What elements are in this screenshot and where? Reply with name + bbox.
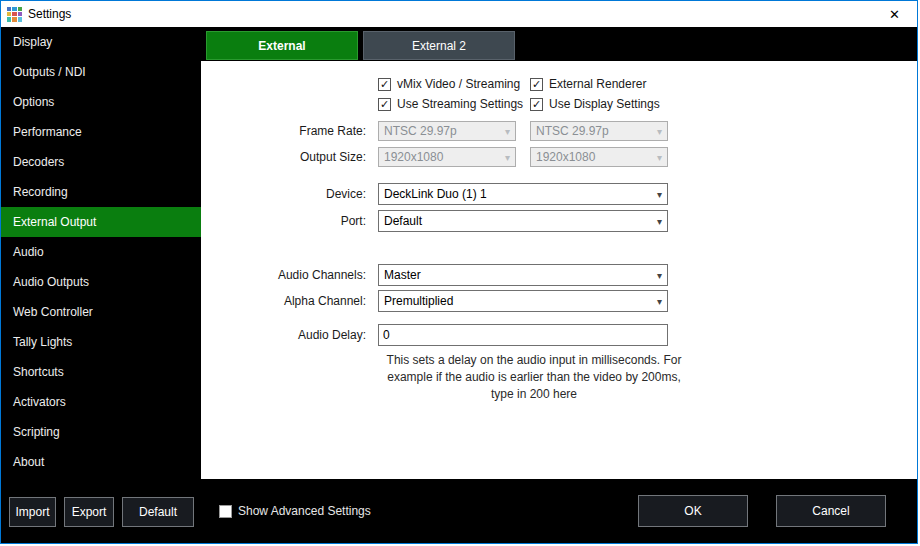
sidebar-item-label: Audio <box>13 245 44 259</box>
main-area: External External 2 ✓ vMix Video / Strea… <box>201 27 917 543</box>
checkbox-box-icon: ✓ <box>530 78 543 91</box>
sidebar-item-label: Activators <box>13 395 66 409</box>
sidebar-item-label: Decoders <box>13 155 64 169</box>
audio-channels-select[interactable]: Master ▾ <box>378 264 668 286</box>
close-icon[interactable]: ✕ <box>872 1 917 27</box>
chevron-down-icon: ▾ <box>500 126 515 137</box>
checkbox-label: vMix Video / Streaming <box>397 77 520 91</box>
default-button[interactable]: Default <box>122 497 194 527</box>
checkbox-vmix-video-streaming[interactable]: ✓ vMix Video / Streaming <box>378 77 530 91</box>
select-value: Default <box>384 214 422 228</box>
tab-external[interactable]: External <box>206 31 358 60</box>
audio-delay-input[interactable] <box>378 324 668 346</box>
frame-rate-label: Frame Rate: <box>201 124 366 138</box>
export-button[interactable]: Export <box>64 497 114 527</box>
window-title: Settings <box>28 7 71 21</box>
sidebar-item-recording[interactable]: Recording <box>1 177 201 207</box>
checkbox-use-display-settings[interactable]: ✓ Use Display Settings <box>530 97 660 111</box>
ok-button[interactable]: OK <box>638 495 748 527</box>
sidebar: Display Outputs / NDI Options Performanc… <box>1 27 201 543</box>
check-icon: ✓ <box>532 79 541 90</box>
audio-channels-label: Audio Channels: <box>201 268 366 282</box>
chevron-down-icon: ▾ <box>652 296 667 307</box>
sidebar-item-tally-lights[interactable]: Tally Lights <box>1 327 201 357</box>
checkbox-box-icon: ✓ <box>378 78 391 91</box>
title-bar: Settings ✕ <box>1 1 917 27</box>
tab-bar: External External 2 <box>201 27 917 61</box>
select-value: DeckLink Duo (1) 1 <box>384 187 487 201</box>
settings-window: Settings ✕ Display Outputs / NDI Options… <box>0 0 918 544</box>
sidebar-item-options[interactable]: Options <box>1 87 201 117</box>
output-size-select-2: 1920x1080 ▾ <box>530 147 668 167</box>
sidebar-item-label: Outputs / NDI <box>13 65 86 79</box>
checkbox-row-1: ✓ vMix Video / Streaming ✓ External Rend… <box>201 77 917 91</box>
sidebar-item-label: Shortcuts <box>13 365 64 379</box>
sidebar-item-scripting[interactable]: Scripting <box>1 417 201 447</box>
sidebar-item-audio-outputs[interactable]: Audio Outputs <box>1 267 201 297</box>
audio-delay-row: Audio Delay: <box>201 324 917 346</box>
frame-rate-row: Frame Rate: NTSC 29.97p ▾ NTSC 29.97p ▾ <box>201 121 917 141</box>
chevron-down-icon: ▾ <box>652 270 667 281</box>
alpha-channel-select[interactable]: Premultiplied ▾ <box>378 290 668 312</box>
sidebar-item-web-controller[interactable]: Web Controller <box>1 297 201 327</box>
checkbox-box-icon <box>219 505 232 518</box>
sidebar-item-activators[interactable]: Activators <box>1 387 201 417</box>
device-select[interactable]: DeckLink Duo (1) 1 ▾ <box>378 183 668 205</box>
chevron-down-icon: ▾ <box>500 152 515 163</box>
chevron-down-icon: ▾ <box>652 189 667 200</box>
import-button[interactable]: Import <box>9 497 56 527</box>
sidebar-item-audio[interactable]: Audio <box>1 237 201 267</box>
select-value: 1920x1080 <box>384 150 443 164</box>
device-label: Device: <box>201 187 366 201</box>
sidebar-item-label: Audio Outputs <box>13 275 89 289</box>
sidebar-item-display[interactable]: Display <box>1 27 201 57</box>
checkbox-label: Show Advanced Settings <box>238 504 371 518</box>
form-panel: ✓ vMix Video / Streaming ✓ External Rend… <box>201 61 917 479</box>
sidebar-item-label: External Output <box>13 215 96 229</box>
sidebar-item-label: About <box>13 455 44 469</box>
select-value: Master <box>384 268 421 282</box>
sidebar-item-about[interactable]: About <box>1 447 201 477</box>
sidebar-item-external-output[interactable]: External Output <box>1 207 201 237</box>
sidebar-item-decoders[interactable]: Decoders <box>1 147 201 177</box>
checkbox-box-icon: ✓ <box>378 98 391 111</box>
sidebar-buttons: Import Export Default <box>1 497 201 543</box>
frame-rate-select-2: NTSC 29.97p ▾ <box>530 121 668 141</box>
select-value: 1920x1080 <box>536 150 595 164</box>
check-icon: ✓ <box>532 99 541 110</box>
audio-delay-help-text: This sets a delay on the audio input in … <box>378 352 690 402</box>
checkbox-external-renderer[interactable]: ✓ External Renderer <box>530 77 646 91</box>
sidebar-item-label: Scripting <box>13 425 60 439</box>
alpha-channel-row: Alpha Channel: Premultiplied ▾ <box>201 290 917 312</box>
select-value: NTSC 29.97p <box>384 124 457 138</box>
chevron-down-icon: ▾ <box>652 216 667 227</box>
sidebar-item-label: Display <box>13 35 52 49</box>
audio-channels-row: Audio Channels: Master ▾ <box>201 264 917 286</box>
audio-delay-label: Audio Delay: <box>201 328 366 342</box>
checkbox-label: External Renderer <box>549 77 646 91</box>
tab-external-2[interactable]: External 2 <box>363 31 515 60</box>
window-body: Display Outputs / NDI Options Performanc… <box>1 27 917 543</box>
checkbox-label: Use Streaming Settings <box>397 97 523 111</box>
device-row: Device: DeckLink Duo (1) 1 ▾ <box>201 183 917 205</box>
output-size-select-1: 1920x1080 ▾ <box>378 147 516 167</box>
sidebar-item-label: Tally Lights <box>13 335 72 349</box>
checkbox-box-icon: ✓ <box>530 98 543 111</box>
sidebar-item-label: Recording <box>13 185 68 199</box>
port-select[interactable]: Default ▾ <box>378 210 668 232</box>
check-icon: ✓ <box>380 79 389 90</box>
checkbox-use-streaming-settings[interactable]: ✓ Use Streaming Settings <box>378 97 530 111</box>
sidebar-item-shortcuts[interactable]: Shortcuts <box>1 357 201 387</box>
select-value: Premultiplied <box>384 294 453 308</box>
vmix-logo-icon <box>7 7 22 22</box>
checkbox-row-2: ✓ Use Streaming Settings ✓ Use Display S… <box>201 97 917 111</box>
select-value: NTSC 29.97p <box>536 124 609 138</box>
port-row: Port: Default ▾ <box>201 210 917 232</box>
sidebar-item-performance[interactable]: Performance <box>1 117 201 147</box>
sidebar-item-label: Options <box>13 95 54 109</box>
checkbox-show-advanced-settings[interactable]: Show Advanced Settings <box>219 504 371 518</box>
cancel-button[interactable]: Cancel <box>776 495 886 527</box>
chevron-down-icon: ▾ <box>652 126 667 137</box>
sidebar-item-outputs-ndi[interactable]: Outputs / NDI <box>1 57 201 87</box>
output-size-label: Output Size: <box>201 150 366 164</box>
